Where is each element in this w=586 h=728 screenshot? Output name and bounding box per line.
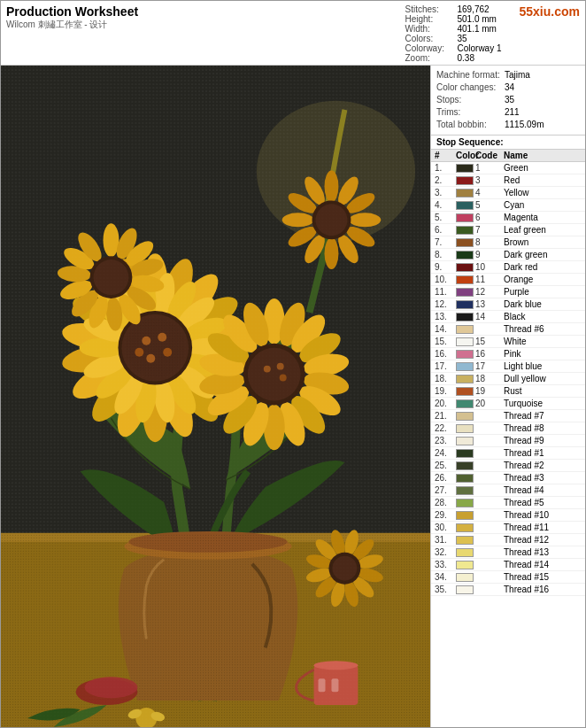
color-swatch (456, 325, 474, 334)
color-swatch (456, 523, 474, 532)
color-swatch (456, 226, 474, 235)
row-number: 31. (435, 535, 454, 545)
row-number: 14. (435, 324, 454, 334)
color-name: Thread #8 (504, 423, 582, 433)
color-code: 3 (475, 175, 502, 185)
color-code: 18 (475, 374, 502, 383)
stats-block: Stitches: 169,762 Height: 501.0 mm Width… (405, 4, 501, 63)
table-row[interactable]: 26.Thread #3 (431, 472, 585, 484)
embroidery-svg (1, 66, 430, 727)
color-name: White (504, 337, 582, 346)
table-row[interactable]: 29.Thread #10 (431, 509, 585, 522)
row-number: 17. (435, 361, 454, 371)
color-swatch (456, 486, 474, 495)
stops-label: Stops: (436, 94, 503, 106)
color-name: Dark green (504, 250, 582, 259)
color-swatch (456, 449, 474, 458)
table-row[interactable]: 11.12Purple (431, 286, 585, 298)
col-header-num: # (435, 151, 454, 160)
table-row[interactable]: 4.5Cyan (431, 199, 585, 212)
table-row[interactable]: 19.19Rust (431, 385, 585, 398)
table-row[interactable]: 5.6Magenta (431, 212, 585, 224)
row-number: 18. (435, 374, 454, 383)
color-code: 20 (475, 399, 502, 408)
color-code: 13 (475, 299, 502, 309)
table-row[interactable]: 10.11Orange (431, 274, 585, 286)
content-area: Machine format: Tajima Color changes: 34… (1, 66, 585, 727)
table-row[interactable]: 15.15White (431, 336, 585, 348)
row-number: 12. (435, 299, 454, 309)
table-row[interactable]: 33.Thread #14 (431, 559, 585, 571)
table-row[interactable]: 18.18Dull yellow (431, 373, 585, 385)
color-name: Thread #11 (504, 523, 582, 532)
table-row[interactable]: 27.Thread #4 (431, 484, 585, 497)
color-name: Thread #16 (504, 585, 582, 594)
color-swatch (456, 387, 474, 396)
table-row[interactable]: 3.4Yellow (431, 187, 585, 199)
stop-sequence-title: Stop Sequence: (436, 137, 504, 147)
table-row[interactable]: 6.7Leaf green (431, 224, 585, 236)
color-name: Brown (504, 237, 582, 247)
table-row[interactable]: 1.1Green (431, 162, 585, 174)
table-row[interactable]: 16.16Pink (431, 348, 585, 360)
color-swatch (456, 375, 474, 383)
table-row[interactable]: 2.3Red (431, 174, 585, 187)
color-table[interactable]: 1.1Green2.3Red3.4Yellow4.5Cyan5.6Magenta… (431, 162, 585, 727)
table-row[interactable]: 9.10Dark red (431, 261, 585, 274)
format-label: Machine format: (436, 69, 503, 81)
table-row[interactable]: 22.Thread #8 (431, 422, 585, 435)
table-row[interactable]: 30.Thread #11 (431, 522, 585, 534)
colorway-row: Colorway: Colorway 1 (405, 43, 501, 53)
table-row[interactable]: 20.20Turquoise (431, 398, 585, 410)
color-name: Magenta (504, 213, 582, 222)
row-number: 16. (435, 349, 454, 359)
row-number: 35. (435, 585, 454, 594)
changes-label: Color changes: (436, 81, 503, 94)
color-name: Dark blue (504, 299, 582, 309)
table-row[interactable]: 14.Thread #6 (431, 323, 585, 336)
row-number: 11. (435, 287, 454, 297)
table-row[interactable]: 28.Thread #5 (431, 497, 585, 509)
color-code: 8 (475, 237, 502, 247)
row-number: 13. (435, 312, 454, 321)
color-swatch (456, 263, 474, 272)
color-code: 19 (475, 386, 502, 396)
row-number: 29. (435, 510, 454, 520)
table-row[interactable]: 34.Thread #15 (431, 571, 585, 584)
table-row[interactable]: 31.Thread #12 (431, 534, 585, 546)
table-row[interactable]: 35.Thread #16 (431, 584, 585, 596)
color-table-header: # Color Code Name (431, 150, 585, 162)
table-row[interactable]: 23.Thread #9 (431, 435, 585, 447)
row-number: 24. (435, 448, 454, 458)
color-name: Black (504, 312, 582, 321)
table-row[interactable]: 13.14Black (431, 311, 585, 323)
color-swatch (456, 585, 474, 594)
color-name: Purple (504, 287, 582, 297)
table-row[interactable]: 17.17Light blue (431, 360, 585, 373)
changes-value: 34 (505, 81, 514, 94)
bobbin-row: Total bobbin: 1115.09m (436, 119, 580, 131)
bobbin-label: Total bobbin: (436, 119, 503, 131)
color-code: 16 (475, 349, 502, 359)
stop-sequence-header: Stop Sequence: (431, 136, 585, 150)
table-row[interactable]: 24.Thread #1 (431, 447, 585, 460)
color-name: Thread #4 (504, 485, 582, 495)
color-code: 15 (475, 337, 502, 346)
color-name: Thread #2 (504, 461, 582, 470)
table-row[interactable]: 25.Thread #2 (431, 460, 585, 472)
table-row[interactable]: 21.Thread #7 (431, 410, 585, 422)
table-row[interactable]: 8.9Dark green (431, 249, 585, 261)
table-row[interactable]: 32.Thread #13 (431, 546, 585, 559)
color-code: 12 (475, 287, 502, 297)
color-swatch (456, 499, 474, 507)
row-number: 26. (435, 473, 454, 483)
stitches-row: Stitches: 169,762 (405, 4, 501, 14)
color-swatch (456, 337, 474, 346)
color-name: Pink (504, 349, 582, 359)
color-name: Thread #15 (504, 572, 582, 582)
row-number: 25. (435, 461, 454, 470)
table-row[interactable]: 7.8Brown (431, 236, 585, 249)
table-row[interactable]: 12.13Dark blue (431, 298, 585, 311)
row-number: 7. (435, 237, 454, 247)
col-header-code: Code (475, 151, 502, 160)
